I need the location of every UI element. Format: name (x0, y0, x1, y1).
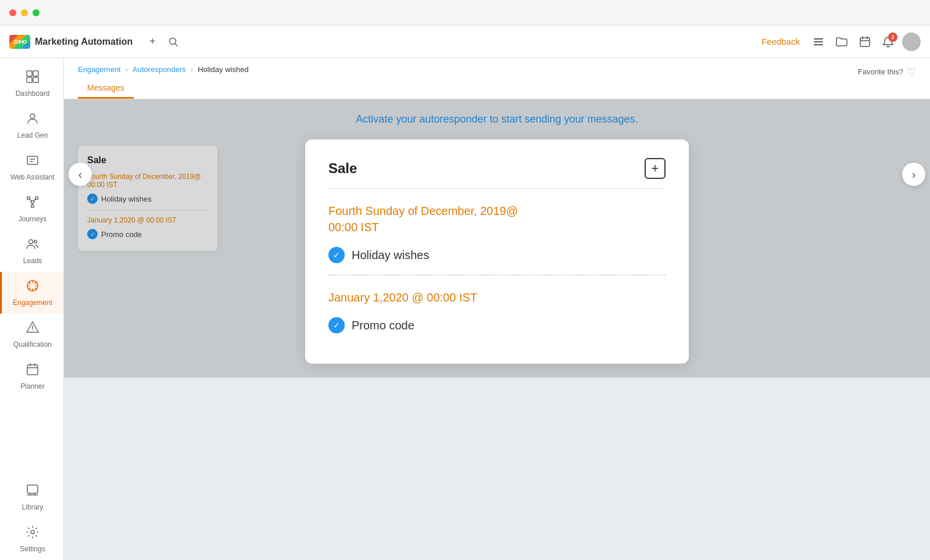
breadcrumb: Engagement › Autoresponders › Holiday wi… (78, 65, 249, 74)
card-check-2: ✓ (328, 317, 345, 333)
svg-rect-9 (27, 71, 32, 76)
sidebar-label-library: Library (22, 503, 44, 511)
svg-point-0 (170, 38, 176, 44)
card-title: Sale (328, 160, 357, 177)
svg-point-13 (30, 114, 35, 119)
add-button[interactable]: + (142, 31, 163, 52)
tab-messages[interactable]: Messages (78, 78, 134, 99)
sidebar-label-planner: Planner (20, 382, 44, 390)
sidebar-label-dashboard: Dashboard (16, 89, 50, 98)
svg-rect-12 (33, 77, 38, 82)
avatar[interactable] (902, 33, 921, 51)
maximize-dot[interactable] (33, 9, 40, 16)
card-add-button[interactable]: + (645, 158, 666, 179)
minimize-dot[interactable] (21, 9, 28, 16)
svg-rect-10 (33, 71, 38, 76)
engagement-icon (26, 279, 40, 296)
notification-icon[interactable]: 2 (879, 33, 897, 51)
svg-point-37 (32, 330, 33, 331)
sidebar-label-qualification: Qualification (13, 340, 52, 349)
sidebar-label-journeys: Journeys (19, 215, 47, 223)
settings-icon (26, 525, 40, 543)
brand: ZOHO Marketing Automation (9, 35, 133, 49)
page-header: Engagement › Autoresponders › Holiday wi… (64, 58, 930, 99)
svg-rect-5 (860, 38, 870, 46)
card-check-1: ✓ (328, 247, 345, 263)
journeys-icon (26, 195, 40, 213)
sidebar-item-settings[interactable]: Settings (0, 518, 63, 560)
folder-icon[interactable] (832, 33, 851, 51)
svg-rect-14 (27, 156, 38, 164)
content-area: Activate your autoresponder to start sen… (64, 99, 930, 378)
breadcrumb-autoresponders[interactable]: Autoresponders (133, 65, 186, 74)
dashboard-icon (26, 70, 40, 87)
favorite-area: Favorite this? ♡ (858, 66, 916, 78)
sidebar-item-library[interactable]: Library (0, 476, 63, 518)
svg-line-31 (29, 282, 31, 284)
svg-line-33 (35, 282, 37, 284)
breadcrumb-sep-2: › (191, 65, 193, 74)
breadcrumb-engagement[interactable]: Engagement (78, 65, 121, 74)
top-nav: ZOHO Marketing Automation + Feedback (0, 26, 930, 58)
heart-icon[interactable]: ♡ (907, 66, 916, 78)
svg-rect-11 (27, 77, 32, 82)
planner-icon (26, 362, 40, 380)
tabs: Messages (78, 78, 916, 99)
nav-arrow-left[interactable]: ‹ (69, 163, 92, 186)
brand-logo: ZOHO (9, 35, 30, 49)
card-item-2: ✓ Promo code (328, 317, 666, 333)
svg-line-22 (34, 199, 35, 202)
svg-line-21 (30, 199, 31, 202)
svg-rect-3 (814, 41, 823, 42)
list-icon[interactable] (809, 33, 828, 51)
card-item-label-1: Holiday wishes (352, 249, 429, 262)
svg-point-46 (31, 530, 34, 534)
nav-arrow-right[interactable]: › (902, 163, 925, 186)
breadcrumb-current: Holiday wished (198, 65, 248, 74)
main-card: Sale + Fourth Sunday of December, 2019@ … (305, 139, 689, 364)
web-assistant-icon (26, 153, 40, 171)
sidebar: Dashboard Lead Gen Web Assistant (0, 58, 64, 560)
sidebar-item-lead-gen[interactable]: Lead Gen (0, 105, 63, 146)
svg-point-24 (29, 240, 33, 244)
svg-rect-38 (27, 365, 38, 375)
sidebar-item-dashboard[interactable]: Dashboard (0, 63, 63, 105)
title-bar (0, 0, 930, 26)
sidebar-label-engagement: Engagement (13, 299, 52, 307)
sidebar-item-engagement[interactable]: Engagement (0, 272, 63, 314)
card-item-label-2: Promo code (352, 319, 414, 332)
sidebar-item-qualification[interactable]: Qualification (0, 314, 63, 356)
card-divider-top (328, 188, 666, 189)
svg-line-32 (35, 288, 37, 290)
svg-rect-2 (814, 38, 823, 40)
svg-line-1 (176, 44, 178, 46)
svg-line-34 (29, 288, 31, 290)
svg-point-25 (34, 240, 37, 243)
sidebar-item-journeys[interactable]: Journeys (0, 188, 63, 230)
nav-right-icons: 2 (809, 33, 921, 51)
svg-rect-42 (27, 485, 38, 493)
library-icon (26, 483, 40, 501)
sidebar-item-leads[interactable]: Leads (0, 230, 63, 272)
brand-text: Marketing Automation (35, 37, 133, 47)
feedback-link[interactable]: Feedback (761, 37, 800, 46)
card-section-divider (328, 275, 666, 275)
close-dot[interactable] (9, 9, 16, 16)
sidebar-label-leads: Leads (23, 257, 42, 265)
search-button[interactable] (163, 31, 184, 52)
lead-gen-icon (26, 112, 40, 129)
sidebar-item-web-assistant[interactable]: Web Assistant (0, 146, 63, 188)
notification-badge: 2 (888, 33, 897, 42)
sidebar-label-settings: Settings (20, 545, 45, 553)
calendar-icon[interactable] (856, 33, 874, 51)
sidebar-label-web-assistant: Web Assistant (10, 173, 55, 181)
sidebar-label-lead-gen: Lead Gen (17, 131, 48, 139)
card-header: Sale + (328, 158, 666, 179)
card-item-1: ✓ Holiday wishes (328, 247, 666, 263)
svg-point-20 (31, 205, 34, 208)
breadcrumb-sep-1: › (126, 65, 128, 74)
qualification-icon (26, 321, 40, 338)
card-date-2: January 1,2020 @ 00:00 IST (328, 289, 666, 306)
main-area: Engagement › Autoresponders › Holiday wi… (64, 58, 930, 560)
sidebar-item-planner[interactable]: Planner (0, 356, 63, 397)
